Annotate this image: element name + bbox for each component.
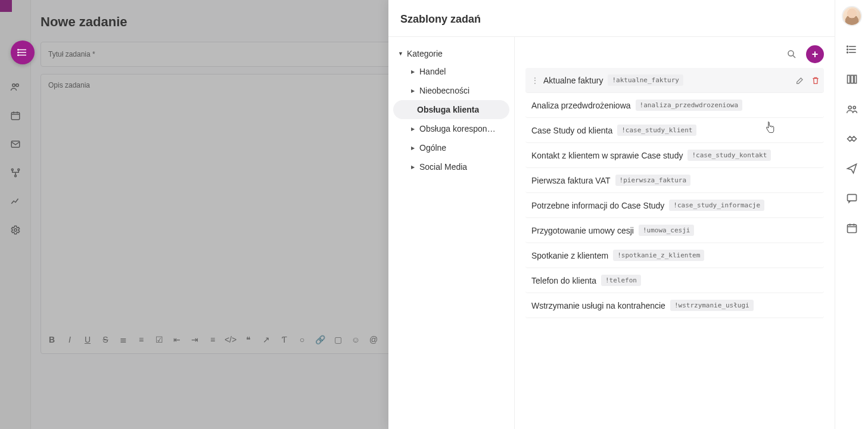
- tasks-fab[interactable]: [11, 41, 35, 64]
- arrow-right-icon: ▶: [411, 145, 415, 151]
- template-row[interactable]: Potrzebne informacji do Case Study!case_…: [525, 193, 824, 218]
- template-row[interactable]: Spotkanie z klientem!spotkanie_z_kliente…: [525, 243, 824, 268]
- arrow-right-icon: ▶: [411, 88, 415, 94]
- svg-point-22: [847, 46, 848, 47]
- template-tag: !case_study_informacje: [669, 200, 764, 211]
- team-icon[interactable]: [845, 102, 858, 116]
- template-tag: !spotkanie_z_klientem: [613, 250, 704, 261]
- template-row[interactable]: Telefon do klienta!telefon: [525, 268, 824, 293]
- svg-rect-26: [851, 75, 853, 83]
- row-actions: [795, 76, 820, 85]
- sheet-title: Szablony zadań: [388, 0, 835, 37]
- template-name: Aktualne faktury: [543, 76, 603, 85]
- svg-point-3: [18, 49, 19, 51]
- edit-icon[interactable]: [795, 76, 805, 85]
- template-name: Spotkanie z klientem: [531, 251, 608, 260]
- template-tag: !umowa_cesji: [639, 225, 694, 236]
- svg-point-5: [18, 55, 19, 56]
- category-item[interactable]: ▶Ogólne: [393, 138, 509, 157]
- category-label: Obsługa klienta: [417, 105, 479, 114]
- calendar2-icon[interactable]: [845, 222, 858, 235]
- template-row[interactable]: Analiza przedwdrożeniowa!analiza_przedwd…: [525, 93, 824, 118]
- template-tag: !wstrzymanie_usługi: [670, 300, 754, 311]
- template-row[interactable]: Wstrzymanie usługi na kontrahencie!wstrz…: [525, 293, 824, 318]
- category-item[interactable]: ▶Obsługa korespon…: [393, 119, 509, 138]
- category-item[interactable]: ▶Social Media: [393, 157, 509, 176]
- category-root-label: Kategorie: [407, 49, 443, 58]
- svg-point-24: [847, 52, 848, 53]
- template-tag: !telefon: [601, 275, 641, 286]
- template-row[interactable]: Case Study od klienta!case_study_klient: [525, 118, 824, 143]
- svg-rect-25: [847, 75, 850, 83]
- template-name: Case Study od klienta: [531, 126, 612, 135]
- delete-icon[interactable]: [811, 76, 820, 85]
- template-name: Pierwsza faktura VAT: [531, 176, 611, 185]
- send-icon[interactable]: [845, 162, 858, 175]
- template-name: Potrzebne informacji do Case Study: [531, 201, 664, 210]
- avatar[interactable]: [842, 6, 862, 26]
- list-icon[interactable]: [845, 43, 858, 56]
- templates-panel: + ⋮Aktualne faktury!aktualne_fakturyAnal…: [515, 37, 835, 429]
- category-label: Handel: [419, 67, 446, 76]
- category-item[interactable]: ▶Handel: [393, 62, 509, 81]
- categories-panel: ▼ Kategorie ▶Handel▶NieobecnościObsługa …: [388, 37, 515, 429]
- category-item[interactable]: ▶Nieobecności: [393, 81, 509, 100]
- arrow-down-icon: ▼: [398, 51, 403, 57]
- template-row[interactable]: Przygotowanie umowy cesji!umowa_cesji: [525, 218, 824, 243]
- svg-rect-31: [847, 225, 856, 232]
- category-label: Nieobecności: [419, 86, 469, 95]
- template-name: Kontakt z klientem w sprawie Case study: [531, 151, 683, 160]
- right-rail: [835, 0, 868, 429]
- template-tag: !analiza_przedwdrozeniowa: [636, 100, 743, 111]
- svg-point-23: [847, 49, 848, 50]
- template-tag: !aktualne_faktury: [608, 74, 683, 86]
- arrow-right-icon: ▶: [411, 126, 415, 132]
- arrow-right-icon: ▶: [411, 164, 415, 170]
- svg-point-28: [848, 106, 851, 109]
- template-tag: !pierwsza_faktura: [615, 175, 691, 186]
- template-row[interactable]: ⋮Aktualne faktury!aktualne_faktury: [525, 68, 824, 93]
- category-label: Ogólne: [419, 143, 446, 153]
- add-template-button[interactable]: +: [806, 45, 824, 63]
- template-row[interactable]: Pierwsza faktura VAT!pierwsza_faktura: [525, 168, 824, 193]
- chat-icon[interactable]: [845, 192, 858, 205]
- template-tag: !case_study_klient: [617, 125, 696, 136]
- svg-point-29: [853, 106, 855, 108]
- category-label: Obsługa korespon…: [419, 124, 496, 133]
- drag-handle-icon[interactable]: ⋮: [531, 76, 539, 85]
- category-item[interactable]: Obsługa klienta: [393, 100, 509, 119]
- svg-rect-27: [854, 75, 856, 83]
- template-list: ⋮Aktualne faktury!aktualne_fakturyAnaliz…: [525, 68, 824, 318]
- template-name: Analiza przedwdrożeniowa: [531, 101, 631, 110]
- template-tag: !case_study_kontakt: [687, 150, 771, 161]
- template-row[interactable]: Kontakt z klientem w sprawie Case study!…: [525, 143, 824, 168]
- template-name: Przygotowanie umowy cesji: [531, 226, 634, 235]
- category-root[interactable]: ▼ Kategorie: [393, 45, 509, 62]
- svg-point-17: [788, 51, 794, 56]
- template-name: Wstrzymanie usługi na kontrahencie: [531, 301, 665, 310]
- category-label: Social Media: [419, 162, 467, 172]
- search-icon[interactable]: [786, 48, 798, 60]
- template-name: Telefon do klienta: [531, 276, 596, 285]
- svg-line-18: [793, 55, 795, 58]
- templates-sheet: Szablony zadań ▼ Kategorie ▶Handel▶Nieob…: [388, 0, 835, 429]
- svg-rect-30: [847, 194, 856, 201]
- handshake-icon[interactable]: [845, 132, 858, 145]
- columns-icon[interactable]: [845, 73, 858, 86]
- svg-point-4: [18, 52, 19, 53]
- arrow-right-icon: ▶: [411, 69, 415, 74]
